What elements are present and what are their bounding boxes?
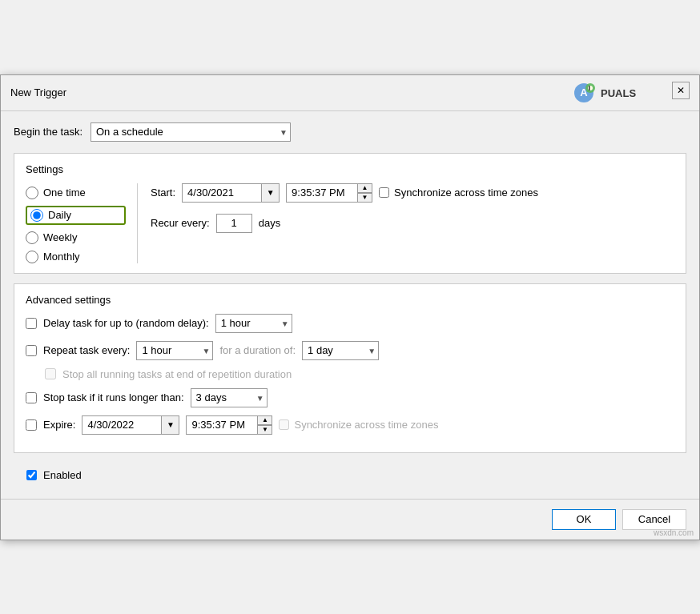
expire-time-input[interactable] [186,415,258,435]
expire-sync-label: Synchronize across time zones [294,419,438,431]
expire-sync-checkbox[interactable] [279,419,289,430]
start-date-input[interactable] [182,183,262,203]
expire-date-input[interactable] [82,415,162,435]
daily-label[interactable]: Daily [48,209,71,221]
start-date-wrapper[interactable]: ▼ [182,183,280,203]
stop-longer-dropdown-wrapper[interactable]: 30 minutes1 hour2 hours3 hours1 day3 day… [191,388,268,407]
weekly-option[interactable]: Weekly [26,231,126,244]
sync-timezone-row: Synchronize across time zones [379,187,538,199]
start-time-input[interactable] [286,183,358,203]
begin-task-label: Begin the task: [14,126,82,138]
expire-label: Expire: [43,419,75,431]
expire-time-wrapper[interactable]: ▲ ▼ [186,415,272,435]
cancel-button[interactable]: Cancel [622,509,686,530]
advanced-section-label: Advanced settings [26,294,674,306]
repeat-task-checkbox[interactable] [26,345,37,356]
repeat-task-dropdown-wrapper[interactable]: 5 minutes10 minutes15 minutes30 minutes1… [136,341,213,360]
stop-if-longer-label: Stop task if it runs longer than: [43,391,184,403]
schedule-type-group: One time Daily Weekly Monthly [26,183,138,263]
expire-time-up-btn[interactable]: ▲ [258,415,272,425]
recur-label: Recur every: [151,217,210,229]
expire-sync-row: Synchronize across time zones [279,419,438,431]
stop-if-longer-checkbox[interactable] [26,392,37,403]
repeat-task-label: Repeat task every: [43,344,130,356]
ok-button[interactable]: OK [552,509,616,530]
close-button[interactable]: ✕ [672,82,690,99]
delay-task-label: Delay task for up to (random delay): [43,317,209,329]
expire-date-wrapper[interactable]: ▼ [82,415,179,435]
settings-section-label: Settings [26,163,674,175]
sync-timezone-label: Synchronize across time zones [394,187,538,199]
for-duration-label: for a duration of: [219,344,296,356]
start-time-down-btn[interactable]: ▼ [358,193,372,203]
appuals-logo: A PUALS [573,82,669,104]
weekly-radio[interactable] [26,231,38,244]
monthly-radio[interactable] [26,251,38,263]
recur-unit-label: days [259,217,280,229]
for-duration-dropdown-wrapper[interactable]: 15 minutes30 minutes1 hour12 hours1 dayI… [302,341,379,360]
start-time-wrapper[interactable]: ▲ ▼ [286,183,372,203]
one-time-radio[interactable] [26,187,38,199]
monthly-label[interactable]: Monthly [43,251,80,263]
stop-running-checkbox[interactable] [45,368,56,379]
svg-rect-4 [589,86,590,90]
start-date-picker-btn[interactable]: ▼ [262,183,280,203]
for-duration-select[interactable]: 15 minutes30 minutes1 hour12 hours1 dayI… [302,341,379,360]
expire-time-down-btn[interactable]: ▼ [258,425,272,435]
stop-longer-select[interactable]: 30 minutes1 hour2 hours3 hours1 day3 day… [191,388,268,407]
begin-task-dropdown-wrapper[interactable]: On a scheduleAt log onAt startupOn idle … [91,122,291,142]
monthly-option[interactable]: Monthly [26,251,126,263]
dialog-title: New Trigger [10,86,66,98]
sync-timezone-checkbox[interactable] [379,187,389,198]
enabled-checkbox[interactable] [26,470,37,480]
expire-date-picker-btn[interactable]: ▼ [162,415,179,435]
watermark: wsxdn.com [654,528,694,537]
daily-radio[interactable] [30,209,43,222]
enabled-label: Enabled [43,469,82,481]
begin-task-select[interactable]: On a scheduleAt log onAt startupOn idle [91,122,291,142]
repeat-task-select[interactable]: 5 minutes10 minutes15 minutes30 minutes1… [136,341,213,360]
start-label: Start: [151,187,175,199]
delay-task-select[interactable]: 30 minutes1 hour2 hours4 hours8 hours1 d… [215,314,292,333]
one-time-label[interactable]: One time [43,187,86,199]
one-time-option[interactable]: One time [26,187,126,199]
expire-checkbox[interactable] [26,419,37,431]
stop-running-label: Stop all running tasks at end of repetit… [62,368,292,380]
delay-task-checkbox[interactable] [26,318,37,329]
recur-value-input[interactable] [216,214,252,233]
weekly-label[interactable]: Weekly [43,231,77,243]
daily-option-wrapper[interactable]: Daily [26,206,126,225]
svg-text:PUALS: PUALS [601,87,636,99]
start-time-up-btn[interactable]: ▲ [358,183,372,193]
svg-point-3 [588,86,593,90]
delay-task-dropdown-wrapper[interactable]: 30 minutes1 hour2 hours4 hours8 hours1 d… [215,314,292,333]
